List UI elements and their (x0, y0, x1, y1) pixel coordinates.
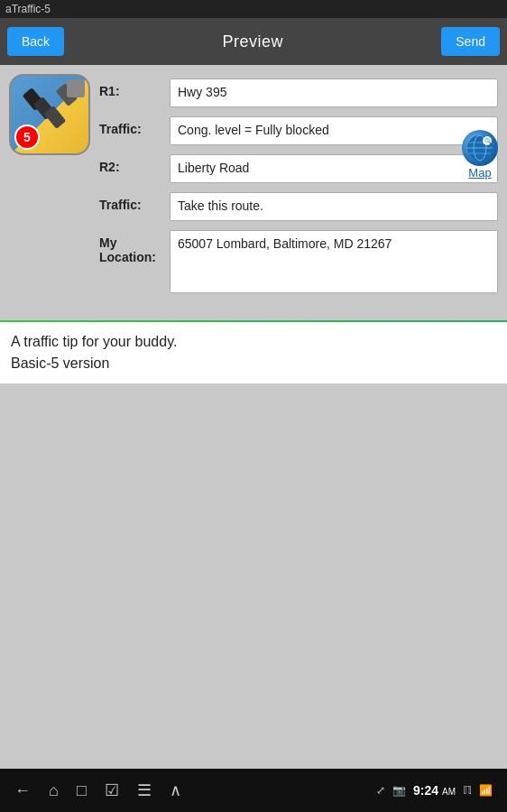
home-nav-icon[interactable]: ⌂ (49, 781, 59, 800)
app-icon: 5 (9, 74, 90, 155)
traffic2-row: Traffic: Take this route. (99, 192, 498, 221)
app-badge: 5 (14, 125, 40, 150)
map-link-area[interactable]: 🔍 Map (462, 130, 498, 180)
recents-nav-icon[interactable]: □ (77, 781, 87, 800)
location-label: My Location: (99, 230, 162, 264)
app-name: aTraffic-5 (5, 3, 51, 15)
app-icon-area: 5 (9, 74, 90, 302)
traffic1-row: Traffic: Cong. level = Fully blocked (99, 116, 498, 145)
sys-nav-icons: ← ⌂ □ ☑ ☰ ∧ (14, 780, 181, 800)
back-button[interactable]: Back (7, 27, 64, 56)
image-status-icon: 📷 (392, 784, 406, 797)
icon-camera (67, 79, 85, 97)
message-line1: A traffic tip for your buddy. (11, 334, 177, 349)
message-text: A traffic tip for your buddy. Basic-5 ve… (11, 331, 496, 374)
r2-label: R2: (99, 154, 162, 174)
traffic2-input[interactable]: Take this route. (170, 192, 498, 221)
map-globe-icon: 🔍 (466, 134, 494, 162)
screenshot-nav-icon[interactable]: ☑ (105, 780, 119, 800)
traffic1-label: Traffic: (99, 116, 162, 136)
menu-nav-icon[interactable]: ☰ (137, 780, 152, 800)
map-icon: 🔍 (462, 130, 498, 166)
r1-row: R1: Hwy 395 (99, 78, 498, 107)
r2-input[interactable]: Liberty Road (170, 154, 498, 183)
r2-row: R2: Liberty Road (99, 154, 498, 183)
message-area: A traffic tip for your buddy. Basic-5 ve… (0, 322, 507, 383)
system-bar: ← ⌂ □ ☑ ☰ ∧ ⤢ 📷 9:24 AM ℿ 📶 (0, 769, 507, 812)
traffic2-label: Traffic: (99, 192, 162, 212)
form-area: R1: Hwy 395 Traffic: Cong. level = Fully… (99, 74, 498, 302)
expand-nav-icon[interactable]: ∧ (170, 780, 181, 800)
r1-input[interactable]: Hwy 395 (170, 78, 498, 107)
traffic1-input[interactable]: Cong. level = Fully blocked (170, 116, 498, 145)
svg-text:🔍: 🔍 (484, 137, 493, 145)
expand-status-icon: ⤢ (376, 784, 385, 797)
location-input[interactable]: 65007 Lombard, Baltimore, MD 21267 (170, 230, 498, 293)
nav-bar: Back Preview Send (0, 18, 507, 65)
r1-label: R1: (99, 78, 162, 98)
message-line2: Basic-5 version (11, 355, 109, 371)
map-link-label: Map (468, 166, 491, 180)
sys-time: 9:24 AM (413, 783, 456, 798)
location-row: My Location: 65007 Lombard, Baltimore, M… (99, 230, 498, 293)
nav-title: Preview (222, 32, 283, 51)
sys-status-icons: ⤢ 📷 9:24 AM ℿ 📶 (376, 783, 493, 798)
send-button[interactable]: Send (441, 27, 500, 56)
wifi-icon: 📶 (479, 784, 493, 797)
bluetooth-icon: ℿ (463, 784, 472, 797)
content-area: 5 R1: Hwy 395 Traffic: Cong. level = Ful… (0, 65, 507, 311)
title-bar: aTraffic-5 (0, 0, 507, 18)
back-nav-icon[interactable]: ← (14, 781, 31, 800)
